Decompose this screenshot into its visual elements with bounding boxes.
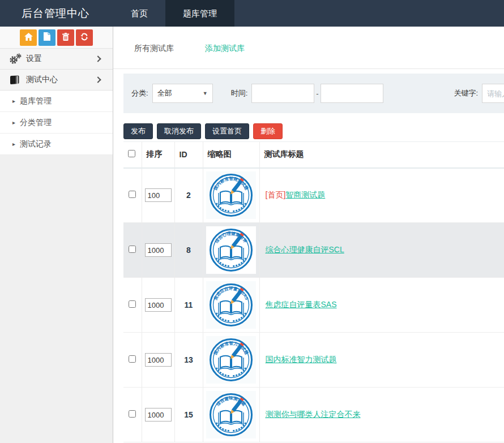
badge-thumbnail[interactable]: 综合趣味测试题 [206, 391, 256, 438]
row-id: 13 [174, 333, 203, 388]
badge-thumbnail[interactable]: 综合心理健康自评 [206, 226, 256, 274]
homepage-flag: [首页] [266, 190, 286, 199]
select-all-checkbox[interactable] [128, 150, 135, 157]
test-badge-image: 综合心理健康自评 [208, 227, 254, 273]
category-label: 分类: [131, 88, 148, 98]
row-id: 2 [174, 168, 203, 223]
row-id: 8 [174, 223, 203, 278]
app-title: 后台管理中心 [0, 0, 113, 27]
sidebar-item-label: 测试中心 [26, 75, 96, 85]
test-badge-image: 国内标准智商测试题 [208, 173, 254, 218]
nav-tab-question-bank[interactable]: 题库管理 [165, 0, 234, 27]
category-selected-value: 全部 [157, 88, 203, 98]
header-title: 测试库标题 [259, 142, 504, 168]
admin-page: 后台管理中心 首页 题库管理 [0, 0, 504, 443]
sort-input[interactable] [145, 298, 172, 312]
library-title-link[interactable]: 综合心理健康自评SCL [266, 245, 344, 254]
sidebar-item-label: 设置 [26, 54, 96, 64]
sidebar-subitem-category[interactable]: ▸ 分类管理 [0, 112, 113, 134]
badge-thumbnail[interactable]: 焦虑症自评量表SAS [206, 281, 256, 329]
badge-thumbnail[interactable]: 国内标准智力测试题 [206, 336, 256, 384]
table-row: 2 国内标准智商测试题 [123, 168, 504, 223]
category-select[interactable]: 全部 ▼ [152, 84, 213, 103]
sidebar-item-test-center[interactable]: 测试中心 [0, 70, 113, 91]
test-badge-image: 焦虑症自评量表SAS [208, 282, 254, 328]
gears-icon [9, 53, 24, 64]
row-checkbox[interactable] [129, 191, 136, 198]
library-title-link[interactable]: 国内标准智力测试题 [266, 355, 337, 364]
publish-button[interactable]: 发布 [123, 123, 153, 139]
caret-right-icon: ▸ [12, 98, 15, 104]
library-title-link[interactable]: 焦虑症自评量表SAS [266, 300, 337, 309]
content-tab-bar: 所有测试库 添加测试库 [113, 27, 504, 69]
sidebar-subitem-test-records[interactable]: ▸ 测试记录 [0, 134, 113, 155]
unpublish-button[interactable]: 取消发布 [157, 123, 201, 139]
sort-input[interactable] [145, 353, 172, 367]
sidebar-subitem-label: 分类管理 [20, 118, 52, 128]
table-row: 8 综合心理健康自评 [123, 223, 504, 278]
sidebar-subitem-question-bank[interactable]: ▸ 题库管理 [0, 91, 113, 112]
header-id: ID [174, 142, 203, 168]
home-button[interactable] [20, 29, 37, 46]
home-icon [24, 33, 33, 42]
keyword-label: 关键字: [454, 88, 479, 98]
test-badge-image: 综合趣味测试题 [208, 392, 254, 437]
file-button[interactable] [39, 29, 55, 46]
keyword-input[interactable] [482, 84, 504, 103]
row-id: 11 [174, 278, 203, 333]
chevron-right-icon [95, 55, 101, 62]
test-badge-image: 国内标准智力测试题 [208, 337, 254, 382]
filter-panel: 分类: 全部 ▼ 时间: - 关键字: [123, 74, 504, 113]
table-row: 13 国内标准智力测试题 [123, 333, 504, 388]
set-homepage-button[interactable]: 设置首页 [205, 123, 249, 139]
badge-thumbnail[interactable]: 国内标准智商测试题 [206, 171, 256, 219]
time-start-input[interactable] [251, 84, 314, 103]
library-table: 排序 ID 缩略图 测试库标题 2 国内标准 [123, 141, 504, 442]
time-end-input[interactable] [321, 84, 383, 103]
action-bar: 发布 取消发布 设置首页 删除 [123, 123, 504, 139]
tab-add-library[interactable]: 添加测试库 [205, 44, 245, 68]
main-content: 所有测试库 添加测试库 分类: 全部 ▼ 时间: - 关键字: 发布 取消发布 [113, 27, 504, 443]
navbar-tabs: 首页 题库管理 [113, 0, 234, 27]
file-icon [44, 32, 50, 42]
row-checkbox[interactable] [129, 355, 136, 363]
table-header-row: 排序 ID 缩略图 测试库标题 [123, 142, 504, 168]
library-title-link[interactable]: 智商测试题 [285, 190, 325, 199]
recycle-icon [80, 33, 88, 42]
row-checkbox[interactable] [129, 300, 136, 308]
caret-right-icon: ▸ [12, 141, 15, 147]
row-id: 15 [174, 388, 203, 442]
sidebar-item-settings[interactable]: 设置 [0, 49, 113, 70]
sort-input[interactable] [145, 188, 172, 202]
top-navbar: 后台管理中心 首页 题库管理 [0, 0, 504, 27]
quick-icon-bar [0, 27, 113, 49]
time-label: 时间: [231, 88, 248, 98]
caret-right-icon: ▸ [12, 119, 15, 126]
trash-icon [62, 33, 69, 42]
dropdown-arrow-icon: ▼ [203, 91, 208, 96]
tab-all-libraries[interactable]: 所有测试库 [134, 44, 174, 68]
library-title-link[interactable]: 测测你与哪类人注定合不来 [266, 410, 361, 419]
nav-tab-home[interactable]: 首页 [113, 0, 165, 27]
time-range-separator: - [316, 89, 318, 98]
table-row: 15 综合趣味测试题 [123, 388, 504, 442]
sidebar: 设置 测试中心 ▸ 题库管理 ▸ 分类管理 ▸ 测试记录 [0, 27, 113, 443]
sort-input[interactable] [145, 408, 172, 422]
header-thumbnail: 缩略图 [203, 142, 259, 168]
sidebar-subitem-label: 题库管理 [20, 96, 52, 106]
delete-button[interactable]: 删除 [253, 123, 283, 139]
sidebar-subitem-label: 测试记录 [20, 139, 52, 149]
table-row: 11 焦虑症自评量表SAS [123, 278, 504, 333]
trash-button[interactable] [57, 29, 74, 46]
header-sort: 排序 [142, 142, 174, 168]
sort-input[interactable] [145, 243, 172, 257]
chevron-right-icon [95, 76, 101, 83]
row-checkbox[interactable] [129, 410, 136, 418]
row-checkbox[interactable] [129, 246, 136, 253]
recycle-button[interactable] [76, 29, 93, 46]
book-icon [9, 75, 24, 85]
